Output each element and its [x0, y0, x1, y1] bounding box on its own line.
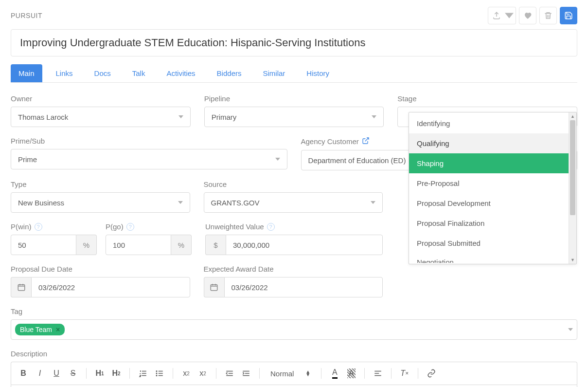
tab-docs[interactable]: Docs	[87, 64, 119, 82]
proposal-due-label: Proposal Due Date	[11, 265, 190, 273]
svg-rect-0	[18, 285, 25, 291]
tab-similar[interactable]: Similar	[255, 64, 293, 82]
chevron-down-icon	[568, 326, 573, 333]
owner-select[interactable]: Thomas Larock	[11, 107, 191, 127]
percent-suffix: %	[76, 235, 97, 255]
stage-option[interactable]: Proposal Development	[409, 193, 569, 213]
updown-icon: ▲▼	[305, 370, 310, 376]
external-link-icon[interactable]	[362, 137, 370, 146]
expected-award-input[interactable]: 03/26/2022	[204, 277, 383, 297]
underline-button[interactable]: U	[49, 366, 64, 381]
tag-label: Tag	[11, 307, 577, 315]
delete-button[interactable]	[539, 7, 557, 24]
title-box[interactable]: Improving Undergraduate STEM Education: …	[11, 29, 577, 56]
tag-chip: Blue Team×	[15, 324, 65, 335]
editor-toolbar: B I U S H1 H2 x2 x2	[11, 362, 577, 385]
outdent-button[interactable]	[222, 366, 237, 381]
background-color-button[interactable]: A	[344, 366, 358, 381]
description-editor[interactable]: The goals of the HSI program are to enha…	[11, 385, 577, 387]
stage-option[interactable]: Shaping	[409, 153, 569, 173]
type-select[interactable]: New Business	[11, 192, 190, 213]
bold-button[interactable]: B	[16, 366, 31, 381]
description-label: Description	[11, 350, 577, 358]
stage-option[interactable]: Identifying	[409, 113, 569, 133]
chevron-down-icon	[372, 113, 376, 121]
tab-talk[interactable]: Talk	[125, 64, 153, 82]
h2-button[interactable]: H2	[109, 366, 124, 381]
scrollbar[interactable]: ▲ ▼	[569, 112, 576, 264]
tab-main[interactable]: Main	[11, 64, 42, 82]
pgo-label: P(go) ?	[106, 222, 192, 231]
svg-point-3	[156, 373, 157, 374]
pwin-input[interactable]: 50 %	[11, 235, 97, 255]
svg-rect-1	[211, 285, 217, 291]
scroll-down-arrow[interactable]: ▼	[569, 256, 576, 264]
help-icon[interactable]: ?	[267, 223, 275, 231]
dollar-prefix: $	[205, 235, 226, 255]
stage-option[interactable]: Qualifying	[409, 133, 569, 153]
save-button[interactable]	[560, 7, 577, 24]
help-icon[interactable]: ?	[35, 223, 42, 231]
unordered-list-button[interactable]	[152, 366, 167, 381]
help-icon[interactable]: ?	[126, 223, 134, 231]
stage-option[interactable]: Negotiation	[409, 253, 569, 263]
scroll-up-arrow[interactable]: ▲	[569, 112, 576, 120]
tab-activities[interactable]: Activities	[159, 64, 203, 82]
stage-label: Stage	[397, 94, 577, 103]
tag-input[interactable]: Blue Team×	[11, 319, 577, 340]
unweighted-label: Unweighted Value ?	[205, 222, 383, 231]
proposal-due-input[interactable]: 03/26/2022	[11, 277, 190, 297]
tab-bidders[interactable]: Bidders	[209, 64, 249, 82]
tab-links[interactable]: Links	[48, 64, 81, 82]
pgo-input[interactable]: 100 %	[106, 235, 192, 255]
subscript-button[interactable]: x2	[179, 366, 194, 381]
page-title: Improving Undergraduate STEM Education: …	[20, 37, 568, 49]
percent-suffix: %	[171, 235, 192, 255]
text-color-button[interactable]: A	[327, 366, 342, 381]
indent-button[interactable]	[239, 366, 253, 381]
strikethrough-button[interactable]: S	[66, 366, 80, 381]
stage-option[interactable]: Proposal Finalization	[409, 213, 569, 233]
chevron-down-icon	[275, 155, 280, 163]
unweighted-input[interactable]: $ 30,000,000	[205, 235, 383, 255]
stage-option[interactable]: Proposal Submitted	[409, 233, 569, 253]
italic-button[interactable]: I	[33, 366, 47, 381]
pwin-label: P(win) ?	[11, 222, 97, 231]
align-button[interactable]	[371, 366, 385, 381]
tabs: MainLinksDocsTalkActivitiesBiddersSimila…	[11, 64, 577, 83]
h1-button[interactable]: H1	[92, 366, 107, 381]
prime-sub-select[interactable]: Prime	[11, 149, 287, 169]
source-label: Source	[204, 180, 383, 188]
svg-point-2	[156, 371, 157, 372]
export-dropdown-button[interactable]	[502, 7, 516, 24]
tab-history[interactable]: History	[299, 64, 337, 82]
superscript-button[interactable]: x2	[196, 366, 210, 381]
type-label: Type	[11, 180, 190, 188]
pipeline-select[interactable]: Primary	[204, 107, 384, 127]
scroll-thumb[interactable]	[570, 120, 575, 215]
calendar-icon[interactable]	[204, 277, 224, 297]
calendar-icon[interactable]	[11, 277, 31, 297]
chevron-down-icon	[178, 199, 183, 206]
favorite-button[interactable]	[519, 7, 536, 24]
chevron-down-icon	[371, 199, 375, 206]
clear-format-button[interactable]: T✕	[397, 366, 412, 381]
format-select[interactable]: Normal ▲▼	[266, 369, 315, 378]
scroll-track[interactable]	[569, 120, 576, 256]
stage-dropdown-panel: IdentifyingQualifyingShapingPre-Proposal…	[409, 112, 577, 264]
page-label: PURSUIT	[11, 12, 42, 19]
chevron-down-icon	[178, 113, 183, 121]
stage-option[interactable]: Pre-Proposal	[409, 173, 569, 193]
expected-award-label: Expected Award Date	[204, 265, 383, 273]
svg-point-4	[156, 375, 157, 376]
prime-sub-label: Prime/Sub	[11, 137, 287, 145]
remove-tag-button[interactable]: ×	[56, 326, 60, 333]
source-select[interactable]: GRANTS.GOV	[204, 192, 383, 213]
owner-label: Owner	[11, 94, 191, 103]
link-button[interactable]	[424, 366, 439, 381]
ordered-list-button[interactable]	[136, 366, 150, 381]
pipeline-label: Pipeline	[204, 94, 384, 103]
